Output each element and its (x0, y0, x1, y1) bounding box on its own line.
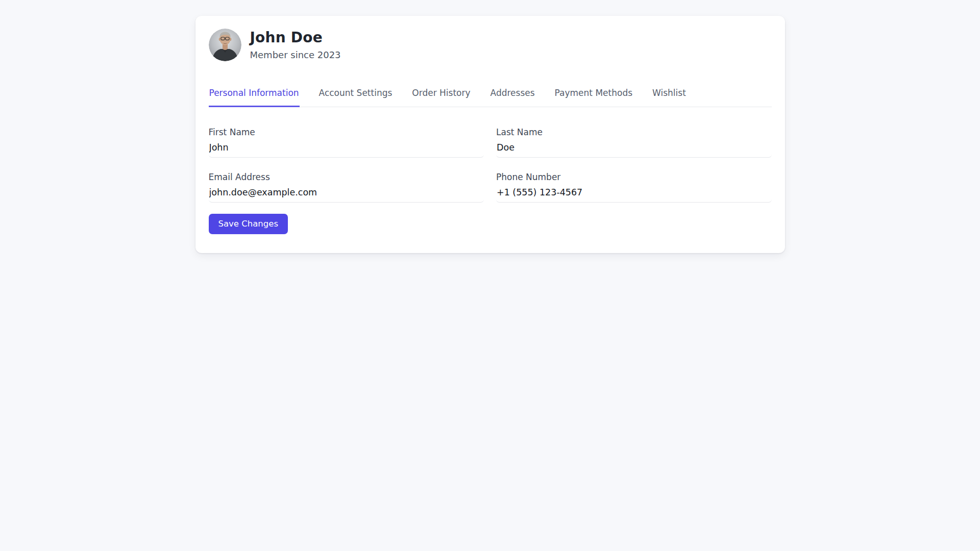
first-name-label: First Name (209, 127, 484, 138)
tab-bar: Personal InformationAccount SettingsOrde… (209, 87, 772, 107)
phone-label: Phone Number (496, 171, 772, 183)
tab-wishlist[interactable]: Wishlist (652, 87, 687, 107)
profile-card: John Doe Member since 2023 Personal Info… (195, 16, 785, 253)
email-field: Email Address (209, 171, 484, 203)
tab-account-settings[interactable]: Account Settings (318, 87, 393, 107)
tab-payment-methods[interactable]: Payment Methods (554, 87, 633, 107)
avatar (209, 29, 241, 61)
last-name-label: Last Name (496, 127, 772, 138)
last-name-input[interactable] (496, 141, 772, 158)
email-input[interactable] (209, 186, 484, 203)
profile-heading: John Doe Member since 2023 (250, 30, 341, 60)
tab-order-history[interactable]: Order History (411, 87, 471, 107)
tab-personal-information[interactable]: Personal Information (209, 87, 300, 107)
first-name-input[interactable] (209, 141, 484, 158)
form-grid: First NameLast NameEmail AddressPhone Nu… (209, 127, 772, 203)
save-changes-button[interactable]: Save Changes (209, 214, 288, 234)
email-label: Email Address (209, 171, 484, 183)
last-name-field: Last Name (496, 127, 772, 158)
phone-input[interactable] (496, 186, 772, 203)
man-portrait-icon (209, 29, 241, 61)
member-since-text: Member since 2023 (250, 49, 341, 60)
profile-header: John Doe Member since 2023 (209, 29, 772, 61)
tab-addresses[interactable]: Addresses (490, 87, 535, 107)
phone-field: Phone Number (496, 171, 772, 203)
profile-name: John Doe (250, 30, 341, 46)
first-name-field: First Name (209, 127, 484, 158)
